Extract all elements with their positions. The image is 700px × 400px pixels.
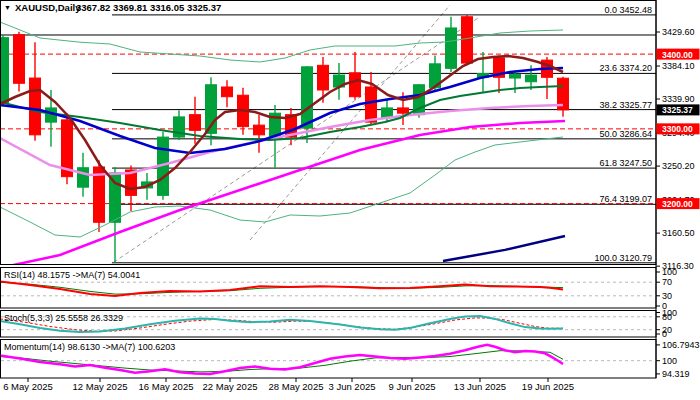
date-label[interactable]: 12 May 2025 — [73, 381, 128, 392]
candle-bull[interactable] — [446, 28, 457, 68]
fib-level-label: 61.8 3247.50 — [599, 158, 652, 168]
candle-bull[interactable] — [526, 75, 537, 82]
chart-title: XAUUSD,Daily — [15, 2, 81, 13]
chart-canvas[interactable]: 0.0 3452.4823.6 3374.2038.2 3325.7750.0 … — [0, 0, 700, 400]
time-axis: 6 May 202512 May 202516 May 202522 May 2… — [3, 378, 574, 392]
date-label[interactable]: 22 May 2025 — [203, 381, 258, 392]
candle-bull[interactable] — [0, 38, 9, 103]
price-badge-label: 3325.37 — [662, 105, 693, 115]
stoch-label: Stoch(5,3,3) 25.5558 26.3329 — [4, 313, 123, 323]
date-label[interactable]: 16 May 2025 — [139, 381, 194, 392]
date-label[interactable]: 13 Jun 2025 — [454, 381, 506, 392]
date-label[interactable]: 28 May 2025 — [269, 381, 324, 392]
candle-bear[interactable] — [318, 65, 329, 90]
momentum-axis-label: 100 — [662, 356, 677, 366]
date-label[interactable]: 6 May 2025 — [3, 381, 53, 392]
candle-bear[interactable] — [14, 35, 25, 84]
date-label[interactable]: 9 Jun 2025 — [388, 381, 435, 392]
rsi-axis-label: 70 — [662, 277, 672, 287]
candle-bull[interactable] — [302, 67, 313, 128]
chart-title-row: ▼XAUUSD,Daily3367.82 3369.81 3316.05 332… — [4, 2, 221, 13]
fib-level-label: 50.0 3286.64 — [599, 129, 652, 139]
candle-bear[interactable] — [366, 87, 377, 122]
mt4-chart-window: 0.0 3452.4823.6 3374.2038.2 3325.7750.0 … — [0, 0, 700, 400]
fib-level-label: 0.0 3452.48 — [604, 5, 652, 15]
date-label[interactable]: 19 Jun 2025 — [522, 381, 574, 392]
candle-bull[interactable] — [78, 168, 89, 187]
ohlc-values: 3367.82 3369.81 3316.05 3325.37 — [76, 2, 221, 13]
fib-level-label: 23.6 3374.20 — [599, 63, 652, 73]
momentum-label: Momentum(14) 98.6130 ->MA(7) 100.6203 — [4, 342, 175, 352]
stoch-axis-label: 0 — [662, 329, 667, 339]
candle-bear[interactable] — [30, 78, 41, 135]
momentum-axis-label: 106.7943 — [662, 340, 700, 350]
candle-bull[interactable] — [110, 173, 121, 222]
candle-bear[interactable] — [222, 87, 233, 97]
candle-bull[interactable] — [510, 74, 521, 78]
rsi-axis-label: 30 — [662, 291, 672, 301]
price-badge-label: 3200.00 — [662, 199, 693, 209]
price-tick-label: 3160.50 — [662, 228, 695, 238]
price-badge-label: 3400.00 — [662, 50, 693, 60]
candle-bear[interactable] — [398, 108, 409, 113]
stoch-axis-label: 80 — [662, 312, 672, 322]
price-tick-label: 3429.60 — [662, 27, 695, 37]
fib-level-label: 38.2 3325.77 — [599, 100, 652, 110]
candle-bear[interactable] — [462, 17, 473, 63]
fib-level-label: 76.4 3199.07 — [599, 194, 652, 204]
price-tick-label: 3339.90 — [662, 94, 695, 104]
date-label[interactable]: 3 Jun 2025 — [328, 381, 375, 392]
fib-level-label: 100.0 3120.79 — [594, 253, 652, 263]
candle-bear[interactable] — [254, 125, 265, 135]
momentum-axis-label: 94.319 — [662, 369, 690, 379]
rsi-axis-label: 100 — [662, 267, 677, 277]
candle-bear[interactable] — [190, 115, 201, 131]
price-tick-label: 3250.20 — [662, 161, 695, 171]
candle-bear[interactable] — [350, 73, 361, 97]
rsi-label: RSI(14) 48.1575 ->MA(7) 54.0041 — [4, 270, 140, 280]
symbol-dropdown-icon[interactable]: ▼ — [4, 4, 11, 11]
price-tick-label: 3384.10 — [662, 61, 695, 71]
price-badge-label: 3300.00 — [662, 124, 693, 134]
